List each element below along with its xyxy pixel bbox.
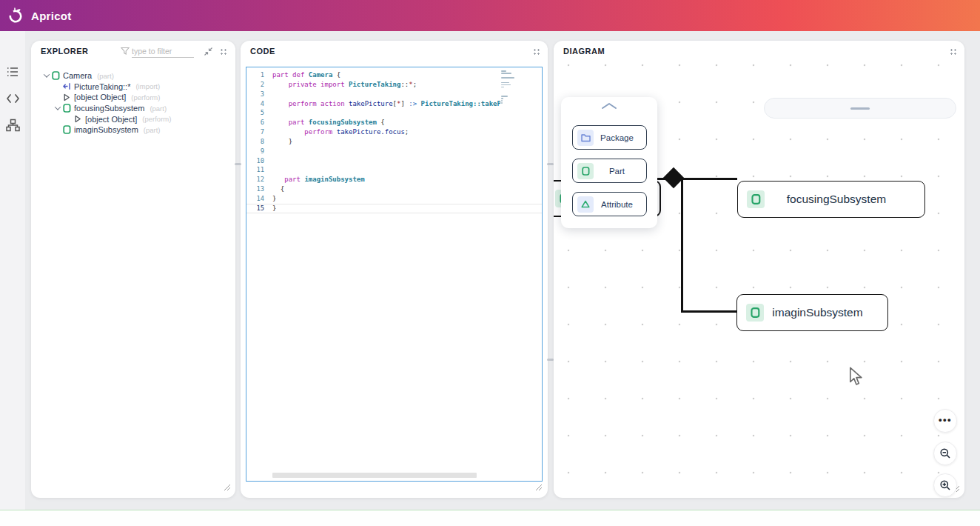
line-number: 6 bbox=[246, 118, 264, 127]
code-line-text: } bbox=[272, 204, 500, 213]
activity-bar bbox=[0, 31, 25, 510]
diagram-title: DIAGRAM bbox=[563, 47, 605, 56]
mouse-cursor bbox=[849, 367, 864, 386]
code-line-text: perform action takePicture[*] :> Picture… bbox=[272, 99, 500, 109]
line-number: 4 bbox=[246, 99, 264, 109]
line-number: 8 bbox=[246, 137, 264, 147]
minimap-line bbox=[501, 87, 504, 88]
import-icon bbox=[62, 82, 71, 90]
code-line: 15} bbox=[246, 204, 542, 213]
tree-item-kind: (perform) bbox=[131, 93, 160, 101]
panel-divider-grip[interactable] bbox=[235, 163, 241, 165]
part-icon bbox=[746, 304, 764, 322]
list-tree-icon[interactable] bbox=[4, 64, 21, 80]
horizontal-scrollbar[interactable] bbox=[272, 473, 477, 478]
code-line-text bbox=[272, 156, 500, 166]
chevron-down-icon[interactable] bbox=[53, 104, 62, 112]
code-line: 12 part imaginSubsystem bbox=[246, 175, 542, 184]
minimap-line bbox=[501, 73, 511, 74]
diagram-drag-handle-icon[interactable] bbox=[950, 48, 956, 55]
code-line: 1part def Camera { bbox=[246, 70, 542, 80]
code-panel: CODE 1part def Camera {2 private import … bbox=[241, 41, 548, 498]
line-number: 14 bbox=[246, 194, 264, 204]
minimized-toolbar[interactable] bbox=[764, 98, 956, 119]
tree-item--object-object-[interactable]: [object Object](perform) bbox=[31, 92, 235, 103]
node-label: focusingSubsystem bbox=[738, 193, 924, 206]
tree-item-label: [object Object] bbox=[74, 93, 126, 101]
tree-item-label: PictureTaking::* bbox=[74, 82, 130, 91]
code-line-text bbox=[272, 90, 500, 99]
line-number: 7 bbox=[246, 127, 264, 137]
code-line-text bbox=[272, 147, 500, 156]
panel-divider-grip[interactable] bbox=[547, 359, 554, 361]
zoom-out-button[interactable] bbox=[933, 442, 957, 465]
more-options-button[interactable]: ••• bbox=[933, 409, 957, 433]
code-line: 9 bbox=[246, 147, 542, 156]
tree-item-focusingsubsystem[interactable]: focusingSubsystem(part) bbox=[31, 103, 235, 114]
diagram-node-focusingSubsystem[interactable]: focusingSubsystem bbox=[737, 181, 925, 218]
code-editor[interactable]: 1part def Camera {2 private import Pictu… bbox=[246, 67, 543, 482]
part-icon bbox=[63, 104, 71, 113]
zoom-in-icon bbox=[939, 479, 951, 491]
code-resize-handle[interactable] bbox=[534, 482, 543, 491]
minimap-line bbox=[501, 96, 508, 97]
hierarchy-icon[interactable] bbox=[4, 117, 21, 133]
minimap-line bbox=[501, 70, 506, 72]
line-number: 2 bbox=[246, 80, 264, 90]
part-icon bbox=[747, 190, 765, 208]
code-line: 14} bbox=[246, 194, 542, 204]
minimap-line bbox=[501, 100, 503, 101]
ellipsis-icon: ••• bbox=[939, 414, 952, 425]
zoom-in-button[interactable] bbox=[933, 473, 957, 497]
line-number: 1 bbox=[246, 70, 264, 80]
line-number: 12 bbox=[246, 175, 264, 184]
explorer-drag-handle-icon[interactable] bbox=[220, 48, 226, 55]
package-icon bbox=[581, 133, 591, 142]
diagram-toolbox: PackagePartAttribute bbox=[561, 97, 657, 228]
collapse-all-icon[interactable] bbox=[204, 47, 213, 56]
panel-divider-grip[interactable] bbox=[547, 163, 554, 165]
code-line-text: perform takePicture.focus; bbox=[272, 127, 500, 137]
code-line-text bbox=[272, 108, 500, 118]
part-icon bbox=[62, 104, 71, 113]
code-line: 10 bbox=[246, 156, 542, 166]
minimap[interactable] bbox=[500, 69, 516, 478]
bottom-collapsed-panel[interactable] bbox=[0, 510, 980, 526]
part-icon bbox=[582, 167, 590, 176]
diagram-node-imaginSubsystem[interactable]: imaginSubsystem bbox=[736, 294, 888, 331]
minimap-line bbox=[501, 102, 503, 104]
toolbox-button-part[interactable]: Part bbox=[572, 159, 647, 183]
explorer-header: EXPLORER bbox=[31, 41, 235, 61]
tree-item--object-object-[interactable]: [object Object](perform) bbox=[31, 113, 235, 124]
diagram-canvas[interactable]: focusingSubsystem imaginSubsystem Packag… bbox=[554, 61, 964, 498]
code-lines: 1part def Camera {2 private import Pictu… bbox=[246, 70, 542, 213]
minimap-line bbox=[501, 84, 511, 86]
explorer-panel: EXPLORER Camera(part)PictureTaking::*(im… bbox=[31, 41, 235, 498]
tree-item-imaginsubsystem[interactable]: imaginSubsystem(part) bbox=[31, 124, 235, 136]
code-line-text: part def Camera { bbox=[272, 70, 500, 80]
explorer-resize-handle[interactable] bbox=[222, 482, 231, 491]
explorer-title: EXPLORER bbox=[41, 47, 89, 56]
tree-item-camera[interactable]: Camera(part) bbox=[31, 70, 235, 81]
code-icon[interactable] bbox=[4, 90, 21, 107]
chevron-down-icon[interactable] bbox=[41, 72, 51, 79]
code-drag-handle-icon[interactable] bbox=[533, 48, 540, 55]
package-icon bbox=[577, 130, 594, 146]
toolbox-button-attribute[interactable]: Attribute bbox=[572, 192, 647, 216]
toolbox-button-package[interactable]: Package bbox=[572, 125, 647, 150]
explorer-tree: Camera(part)PictureTaking::*(import)[obj… bbox=[31, 70, 235, 136]
part-icon bbox=[62, 126, 71, 134]
code-line-text bbox=[272, 165, 500, 175]
code-line: 2 private import PictureTaking::*; bbox=[246, 80, 542, 90]
line-number: 13 bbox=[246, 184, 264, 194]
minimap-line bbox=[501, 82, 509, 84]
tree-item-picturetaking-[interactable]: PictureTaking::*(import) bbox=[31, 81, 235, 93]
filter-funnel-icon bbox=[121, 47, 130, 56]
code-line: 3 bbox=[246, 90, 542, 99]
explorer-filter-input[interactable] bbox=[132, 44, 194, 58]
perform-icon bbox=[62, 93, 71, 101]
code-line: 13 { bbox=[246, 184, 542, 194]
chevron-up-icon[interactable] bbox=[561, 101, 657, 110]
attribute-icon bbox=[577, 196, 594, 213]
line-number: 11 bbox=[246, 165, 264, 175]
